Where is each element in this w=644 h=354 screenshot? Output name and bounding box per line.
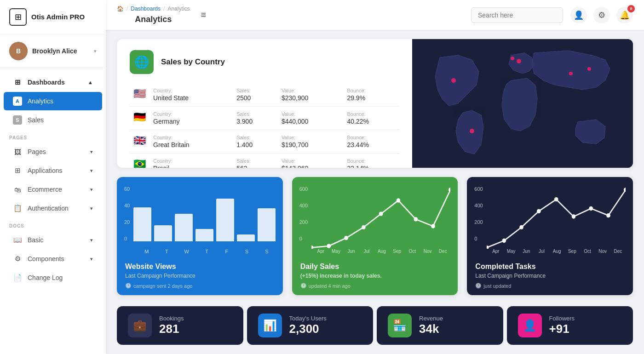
line-chart bbox=[311, 184, 450, 249]
pages-section-label: PAGES bbox=[0, 130, 106, 142]
stat-title: Daily Sales bbox=[300, 263, 450, 271]
globe-icon: 🌐 bbox=[130, 50, 154, 74]
chevron-up-icon: ▲ bbox=[88, 80, 93, 85]
bar-chart bbox=[133, 184, 275, 249]
sidebar-item-applications[interactable]: ⊞ Applications ▾ bbox=[4, 161, 102, 180]
y-label: 200 bbox=[299, 219, 308, 225]
menu-button[interactable]: ≡ bbox=[201, 10, 206, 20]
completed-tasks-chart: 600 400 200 0 bbox=[467, 177, 633, 256]
stat-title: Website Views bbox=[125, 263, 275, 271]
sidebar-item-label: Applications bbox=[28, 167, 63, 174]
x-label: Nov bbox=[595, 249, 610, 254]
y-label: 40 bbox=[124, 203, 130, 208]
country-info: Country: United State bbox=[150, 83, 233, 107]
sidebar-item-components[interactable]: ⚙ Components ▾ bbox=[4, 250, 102, 268]
card-header: 🌐 Sales by Country bbox=[130, 50, 399, 74]
breadcrumb-dashboards[interactable]: Dashboards bbox=[131, 6, 161, 12]
notifications-button[interactable]: 🔔 9 bbox=[616, 7, 633, 23]
chevron-down-icon: ▾ bbox=[90, 149, 93, 155]
stat-subtitle: (+15%) increase in today sales. bbox=[300, 273, 450, 279]
chevron-down-icon: ▾ bbox=[90, 206, 93, 211]
y-label: 0 bbox=[299, 236, 308, 241]
sidebar-item-pages[interactable]: 🖼 Pages ▾ bbox=[4, 143, 102, 161]
sidebar-item-dashboards[interactable]: ⊞ Dashboards ▲ bbox=[4, 73, 102, 91]
stat-followers: 👤 Followers +91 bbox=[507, 306, 633, 345]
logo-icon: ⊞ bbox=[9, 8, 27, 26]
changelog-icon: 📄 bbox=[13, 273, 22, 282]
x-label: Jul bbox=[359, 249, 374, 254]
svg-point-5 bbox=[587, 67, 591, 71]
sidebar-item-ecommerce[interactable]: 🛍 Ecommerce ▾ bbox=[4, 180, 102, 199]
x-label: Jun bbox=[519, 249, 534, 254]
bounce-info: Bounce: 29.9% bbox=[343, 83, 399, 107]
sales-info: Sales: 3.900 bbox=[233, 107, 278, 130]
stat-subtitle: Last Campaign Performance bbox=[125, 273, 275, 279]
logo-text: Otis Admin PRO bbox=[31, 13, 85, 21]
svg-point-11 bbox=[379, 212, 383, 216]
sales-info: Sales: 562 bbox=[233, 154, 278, 168]
svg-point-21 bbox=[571, 214, 575, 218]
daily-sales-chart: 600 400 200 0 bbox=[292, 177, 458, 256]
x-label: Dec bbox=[610, 249, 626, 254]
y-label: 20 bbox=[124, 219, 130, 225]
dashboards-icon: ⊞ bbox=[13, 78, 22, 87]
applications-icon: ⊞ bbox=[13, 166, 22, 175]
x-label: Oct bbox=[405, 249, 420, 254]
sidebar-item-sales[interactable]: S Sales bbox=[4, 111, 102, 129]
stat-subtitle: Last Campaign Performance bbox=[475, 273, 625, 279]
svg-point-3 bbox=[511, 57, 514, 60]
bookings-value: 281 bbox=[159, 322, 232, 336]
stat-time: 🕐 campaign sent 2 days ago bbox=[125, 283, 275, 289]
sidebar-item-label: Components bbox=[28, 255, 64, 263]
followers-value: +91 bbox=[549, 322, 622, 336]
sidebar-item-label: Authentication bbox=[28, 205, 69, 212]
bar bbox=[258, 208, 276, 241]
value-info: Value: $230,900 bbox=[278, 83, 343, 107]
sidebar-item-authentication[interactable]: 📋 Authentication ▾ bbox=[4, 199, 102, 217]
bookings-info: Bookings 281 bbox=[159, 315, 232, 336]
svg-point-2 bbox=[517, 59, 521, 63]
y-label: 400 bbox=[299, 203, 308, 208]
svg-point-19 bbox=[537, 209, 541, 213]
sales-by-country-card: 🌐 Sales by Country 🇺🇸 Country: United St… bbox=[117, 39, 633, 168]
x-label: S bbox=[238, 249, 256, 254]
sidebar-item-analytics[interactable]: A Analytics bbox=[4, 92, 102, 110]
user-icon-button[interactable]: 👤 bbox=[570, 7, 587, 23]
table-row: 🇧🇷 Country: Brasil Sales: 562 Value: $14… bbox=[130, 154, 399, 168]
followers-label: Followers bbox=[549, 315, 622, 322]
settings-button[interactable]: ⚙ bbox=[593, 7, 610, 23]
bar bbox=[237, 234, 255, 241]
clock-icon: 🕐 bbox=[475, 283, 482, 289]
basic-icon: 📖 bbox=[13, 235, 22, 245]
country-flag: 🇺🇸 bbox=[130, 83, 150, 107]
sidebar-item-basic[interactable]: 📖 Basic ▾ bbox=[4, 231, 102, 249]
stat-revenue: 🏪 Revenue 34k bbox=[377, 306, 503, 345]
svg-point-4 bbox=[470, 129, 474, 133]
sidebar-item-changelog[interactable]: 📄 Change Log bbox=[4, 268, 102, 287]
y-label: 200 bbox=[474, 219, 483, 225]
x-label: Dec bbox=[435, 249, 450, 254]
x-label: Apr bbox=[313, 249, 328, 254]
bounce-info: Bounce: 23.44% bbox=[343, 130, 399, 154]
bar bbox=[175, 214, 193, 241]
y-label: 600 bbox=[474, 186, 483, 192]
user-profile[interactable]: B Brooklyn Alice ▾ bbox=[0, 34, 106, 68]
sidebar-item-label: Dashboards bbox=[28, 79, 65, 86]
x-label: May bbox=[328, 249, 344, 254]
chevron-down-icon: ▾ bbox=[90, 187, 93, 193]
users-value: 2,300 bbox=[289, 322, 362, 336]
page-content: 🌐 Sales by Country 🇺🇸 Country: United St… bbox=[106, 30, 644, 354]
daily-sales-card: 600 400 200 0 bbox=[292, 177, 458, 295]
sidebar-item-label: Sales bbox=[28, 116, 44, 124]
chevron-down-icon: ▾ bbox=[90, 237, 93, 243]
svg-point-7 bbox=[311, 246, 313, 249]
bar bbox=[154, 225, 172, 241]
value-info: Value: $143,960 bbox=[278, 154, 343, 168]
search-input[interactable] bbox=[471, 7, 563, 23]
line-chart bbox=[487, 184, 626, 249]
breadcrumb-path: 🏠 / Dashboards / Analytics bbox=[117, 6, 190, 12]
svg-point-13 bbox=[414, 217, 418, 221]
page-title: Analytics bbox=[135, 15, 172, 24]
x-label: Jun bbox=[344, 249, 359, 254]
stat-time: 🕐 updated 4 min ago bbox=[300, 283, 450, 289]
